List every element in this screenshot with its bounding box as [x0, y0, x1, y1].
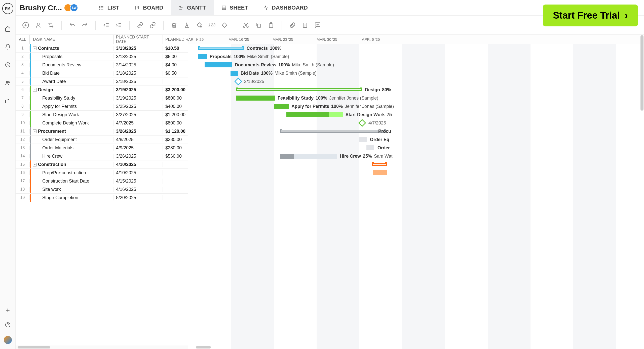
- gantt-task-bar[interactable]: [274, 104, 289, 109]
- task-name-cell[interactable]: Proposals: [31, 54, 113, 59]
- avatar-2[interactable]: SW: [70, 4, 78, 12]
- task-name-cell[interactable]: Documents Review: [31, 62, 113, 68]
- task-name-cell[interactable]: Feasibility Study: [31, 96, 113, 101]
- vertical-scrollbar[interactable]: [640, 35, 643, 111]
- plus-icon[interactable]: [4, 307, 11, 314]
- gantt-task-bar[interactable]: [236, 96, 275, 101]
- project-members[interactable]: SW: [66, 4, 78, 12]
- notes-icon[interactable]: [301, 21, 309, 29]
- link-icon[interactable]: [136, 21, 144, 29]
- rate-cell[interactable]: $3,200.00: [163, 87, 188, 93]
- task-name-cell[interactable]: Award Date: [31, 79, 113, 84]
- task-name-cell[interactable]: Complete Design Work: [31, 120, 113, 126]
- task-row[interactable]: 12Order Equipment4/8/2025$280.00: [16, 136, 188, 144]
- task-row[interactable]: 2Proposals3/13/2025$6.00: [16, 53, 188, 61]
- gantt-chart[interactable]: AR, 9 '25MAR, 16 '25MAR, 23 '25MAR, 30 '…: [188, 35, 644, 349]
- task-row[interactable]: 4Bid Date3/18/2025$0.50: [16, 69, 188, 77]
- task-name-cell[interactable]: −Construction: [31, 162, 113, 167]
- undo-icon[interactable]: [68, 21, 76, 29]
- indent-icon[interactable]: [115, 21, 123, 29]
- start-date-cell[interactable]: 8/20/2025: [113, 195, 163, 200]
- task-row[interactable]: 11−Procurement3/26/2025$1,120.00: [16, 127, 188, 136]
- gantt-task-bar[interactable]: [198, 54, 207, 59]
- bell-icon[interactable]: [4, 43, 11, 50]
- rate-cell[interactable]: $280.00: [163, 137, 188, 142]
- collapse-icon[interactable]: −: [33, 88, 36, 92]
- collapse-icon[interactable]: −: [33, 47, 36, 50]
- task-name-cell[interactable]: Start Design Work: [31, 112, 113, 117]
- task-name-cell[interactable]: Construction Start Date: [31, 179, 113, 184]
- start-date-cell[interactable]: 3/26/2025: [113, 154, 163, 159]
- collapse-icon[interactable]: −: [33, 129, 36, 133]
- tab-sheet[interactable]: SHEET: [214, 0, 256, 15]
- tab-board[interactable]: BOARD: [127, 0, 171, 15]
- task-name-cell[interactable]: Order Materials: [31, 145, 113, 151]
- user-avatar[interactable]: [4, 336, 12, 344]
- start-date-cell[interactable]: 4/7/2025: [113, 120, 163, 126]
- gantt-summary-bar[interactable]: [280, 130, 386, 133]
- column-header-rate[interactable]: PLANNED RI: [163, 35, 188, 44]
- task-name-cell[interactable]: Order Equipment: [31, 137, 113, 142]
- task-name-cell[interactable]: Hire Crew: [31, 154, 113, 159]
- gantt-summary-bar[interactable]: [236, 88, 362, 91]
- copy-icon[interactable]: [254, 21, 262, 29]
- task-row[interactable]: 10Complete Design Work4/7/2025$800.00: [16, 119, 188, 127]
- rate-cell[interactable]: $0.50: [163, 71, 188, 76]
- start-date-cell[interactable]: 4/10/2025: [113, 170, 163, 176]
- gantt-summary-bar[interactable]: [372, 163, 387, 166]
- task-row[interactable]: 1−Contracts3/13/2025$10.50: [16, 44, 188, 53]
- text-color-icon[interactable]: [183, 21, 191, 29]
- team-icon[interactable]: [4, 79, 11, 86]
- start-date-cell[interactable]: 4/8/2025: [113, 137, 163, 142]
- number-format-icon[interactable]: 123: [208, 21, 216, 29]
- task-row[interactable]: 17Construction Start Date4/15/2025: [16, 177, 188, 185]
- tab-gantt[interactable]: GANTT: [171, 0, 214, 15]
- task-row[interactable]: 8Apply for Permits3/25/2025$400.00: [16, 102, 188, 111]
- task-row[interactable]: 7Feasibility Study3/19/2025$800.00: [16, 94, 188, 102]
- start-date-cell[interactable]: 3/27/2025: [113, 112, 163, 117]
- gantt-summary-bar[interactable]: [198, 47, 244, 50]
- rate-cell[interactable]: $1,200.00: [163, 112, 188, 117]
- diamond-icon[interactable]: [220, 21, 229, 29]
- rate-cell[interactable]: $10.50: [163, 46, 188, 51]
- start-date-cell[interactable]: 4/9/2025: [113, 145, 163, 151]
- paste-icon[interactable]: [267, 21, 275, 29]
- start-date-cell[interactable]: 3/25/2025: [113, 104, 163, 109]
- start-date-cell[interactable]: 3/14/2025: [113, 62, 163, 68]
- gantt-milestone[interactable]: [358, 119, 366, 127]
- start-date-cell[interactable]: 3/19/2025: [113, 96, 163, 101]
- task-row[interactable]: 16Prep/Pre-construction4/10/2025: [16, 169, 188, 177]
- rate-cell[interactable]: $800.00: [163, 96, 188, 101]
- column-header-task-name[interactable]: TASK NAME: [30, 35, 113, 44]
- app-logo[interactable]: PM: [2, 3, 13, 14]
- collapse-icon[interactable]: −: [33, 163, 36, 166]
- task-name-cell[interactable]: Apply for Permits: [31, 104, 113, 109]
- task-row[interactable]: 13Order Materials4/9/2025$280.00: [16, 144, 188, 152]
- task-name-cell[interactable]: −Contracts: [31, 46, 113, 51]
- task-row[interactable]: 18Site work4/16/2025: [16, 185, 188, 194]
- rate-cell[interactable]: $560.00: [163, 154, 188, 159]
- gantt-task-bar[interactable]: [286, 112, 343, 117]
- rate-cell[interactable]: $1,120.00: [163, 129, 188, 134]
- add-task-icon[interactable]: [22, 21, 30, 29]
- start-date-cell[interactable]: 3/18/2025: [113, 71, 163, 76]
- task-name-cell[interactable]: Site work: [31, 187, 113, 192]
- outdent-icon[interactable]: [102, 21, 110, 29]
- task-row[interactable]: 9Start Design Work3/27/2025$1,200.00: [16, 111, 188, 119]
- start-free-trial-button[interactable]: Start Free Trial ›: [543, 5, 638, 26]
- task-row[interactable]: 6−Design3/19/2025$3,200.00: [16, 86, 188, 94]
- column-header-start-date[interactable]: PLANNED START DATE: [113, 35, 163, 44]
- rate-cell[interactable]: $4.00: [163, 62, 188, 68]
- task-name-cell[interactable]: Bid Date: [31, 71, 113, 76]
- rate-cell[interactable]: $800.00: [163, 120, 188, 126]
- gantt-task-bar[interactable]: [373, 170, 387, 175]
- gantt-task-bar[interactable]: [359, 137, 367, 142]
- redo-icon[interactable]: [81, 21, 89, 29]
- start-date-cell[interactable]: 3/19/2025: [113, 87, 163, 93]
- task-row[interactable]: 3Documents Review3/14/2025$4.00: [16, 61, 188, 69]
- help-icon[interactable]: [4, 321, 11, 328]
- task-row[interactable]: 19Stage Completion8/20/2025: [16, 194, 188, 202]
- grid-horizontal-scrollbar[interactable]: [16, 345, 188, 349]
- task-name-cell[interactable]: −Procurement: [31, 129, 113, 134]
- start-date-cell[interactable]: 3/18/2025: [113, 79, 163, 84]
